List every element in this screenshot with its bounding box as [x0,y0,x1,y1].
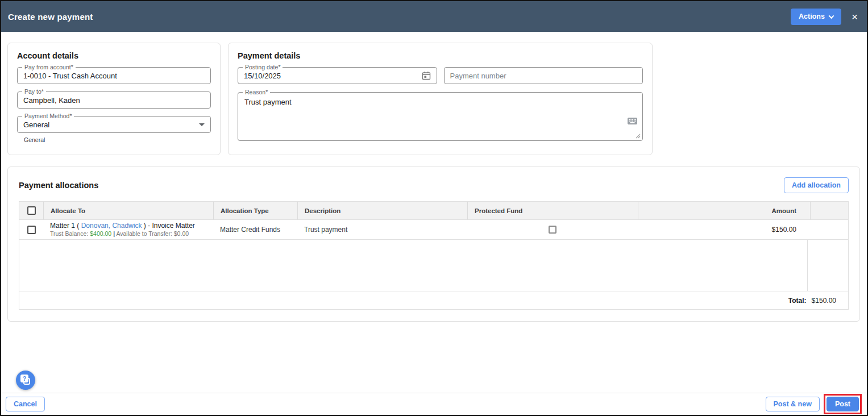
column-header-allocation-type: Allocation Type [213,202,297,219]
payment-number-input[interactable] [450,72,637,80]
actions-button[interactable]: Actions [791,9,841,25]
header-checkbox-cell [19,202,43,219]
matter-prefix: Matter 1 ( [50,222,79,230]
payment-method-select[interactable]: Payment Method* General [17,116,211,133]
available-to-transfer: Available to Transfer: $0.00 [116,230,189,237]
table-header-row: Allocate To Allocation Type Description … [19,202,848,220]
column-divider [807,240,808,291]
payment-details-title: Payment details [238,51,643,60]
resize-handle[interactable] [636,134,641,139]
posting-date-field[interactable]: Posting date* 15/10/2025 [238,67,437,84]
table-row: Matter 1 ( Donovan, Chadwick ) - Invoice… [19,220,848,240]
post-button[interactable]: Post [827,397,859,411]
posting-date-label: Posting date* [243,64,283,70]
matter-title: Matter 1 ( Donovan, Chadwick ) - Invoice… [50,222,195,230]
row-checkbox-cell [19,220,43,239]
pay-to-field[interactable]: Pay to* Campbell, Kaden [17,91,211,109]
allocations-table: Allocate To Allocation Type Description … [19,201,849,310]
trust-balance-label: Trust Balance: [50,230,88,237]
chevron-down-icon [828,13,834,19]
pay-from-account-value: 1-0010 - Trust Cash Account [23,72,205,80]
actions-button-label: Actions [799,13,825,20]
allocation-type-cell: Matter Credit Funds [213,220,297,239]
trust-balance-value: $400.00 [90,230,111,237]
reason-textarea[interactable]: Reason* Trust payment [238,92,643,141]
calendar-icon[interactable] [422,71,431,80]
dialog-title: Create new payment [8,12,791,22]
account-details-card: Account details Pay from account* 1-0010… [7,43,221,155]
help-question-icon: ? [20,375,28,382]
pay-from-account-label: Pay from account* [22,64,76,70]
payment-method-label: Payment Method* [22,113,74,119]
payment-allocations-title: Payment allocations [19,181,98,190]
column-header-protected-fund: Protected Fund [467,202,638,219]
account-details-title: Account details [17,51,211,60]
pay-to-label: Pay to* [22,88,46,95]
footer-bar: Cancel Post & new Post [1,393,867,415]
post-and-new-button[interactable]: Post & new [766,397,820,411]
keyboard-icon[interactable] [628,118,637,124]
row-checkbox[interactable] [27,226,36,234]
column-header-amount: Amount [638,202,810,219]
amount-cell: $150.00 [638,220,810,239]
payment-method-helper-text: General [24,136,211,143]
posting-date-value: 15/10/2025 [244,72,422,80]
total-amount: $150.00 [812,297,836,305]
cancel-button[interactable]: Cancel [6,397,45,411]
matter-suffix: ) - Invoice Matter [144,222,195,230]
help-button[interactable]: ? [16,371,35,390]
payment-method-value: General [23,120,199,129]
reason-label: Reason* [243,89,270,95]
create-new-payment-dialog: Create new payment Actions × Account det… [0,0,868,416]
row-actions-cell [810,220,848,239]
column-header-description: Description [297,202,467,219]
description-cell: Trust payment [297,220,467,239]
detail-separator: | [113,230,115,237]
allocate-to-cell: Matter 1 ( Donovan, Chadwick ) - Invoice… [43,220,213,239]
matter-client-link[interactable]: Donovan, Chadwick [81,222,142,230]
title-bar: Create new payment Actions × [1,1,867,32]
payment-number-field[interactable] [444,67,643,84]
table-empty-area [19,240,848,291]
column-header-allocate-to: Allocate To [43,202,213,219]
highlight-annotation: Post [824,394,862,414]
payment-details-card: Payment details Posting date* 15/10/2025… [228,43,653,155]
add-allocation-button[interactable]: Add allocation [784,177,849,193]
table-total-row: Total: $150.00 [19,291,848,309]
matter-balance-line: Trust Balance: $400.00 | Available to Tr… [50,230,189,238]
dropdown-caret-icon [199,123,205,126]
pay-from-account-field[interactable]: Pay from account* 1-0010 - Trust Cash Ac… [17,67,211,84]
protected-fund-checkbox[interactable] [549,226,556,234]
pay-to-value: Campbell, Kaden [23,96,205,105]
close-icon[interactable]: × [852,11,858,22]
protected-fund-cell [467,220,638,239]
select-all-checkbox[interactable] [27,206,36,215]
payment-allocations-card: Payment allocations Add allocation Alloc… [7,167,860,322]
reason-value: Trust payment [244,98,625,106]
column-header-actions [810,202,848,219]
total-label: Total: [788,297,807,305]
